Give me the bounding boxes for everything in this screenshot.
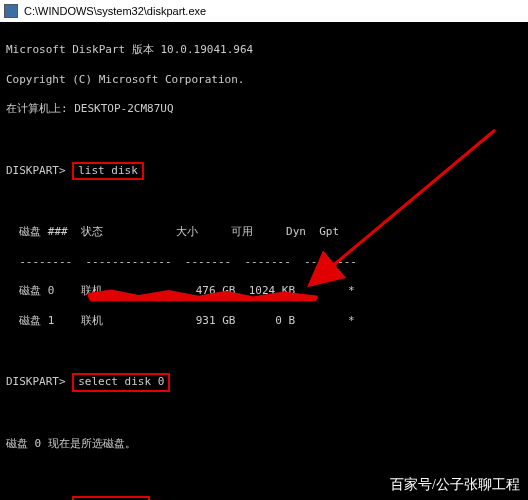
command-highlight: detai disk: [72, 496, 150, 500]
window-titlebar[interactable]: C:\WINDOWS\system32\diskpart.exe: [0, 0, 528, 22]
header-line: Microsoft DiskPart 版本 10.0.19041.964: [6, 43, 522, 58]
disk-row: 磁盘 1 联机 931 GB 0 B *: [6, 314, 522, 329]
console-output: Microsoft DiskPart 版本 10.0.19041.964 Cop…: [0, 22, 528, 500]
prompt: DISKPART>: [6, 164, 66, 177]
window-title: C:\WINDOWS\system32\diskpart.exe: [24, 5, 206, 17]
prompt: DISKPART>: [6, 375, 66, 388]
header-line: Copyright (C) Microsoft Corporation.: [6, 73, 522, 88]
header-line: 在计算机上: DESKTOP-2CM87UQ: [6, 102, 522, 117]
command-highlight: list disk: [72, 162, 144, 181]
disk-table-header: 磁盘 ### 状态 大小 可用 Dyn Gpt: [6, 225, 522, 240]
command-highlight: select disk 0: [72, 373, 170, 392]
disk-table-sep: -------- ------------- ------- ------- -…: [6, 255, 522, 270]
watermark: 百家号/公子张聊工程: [390, 476, 520, 494]
select-msg: 磁盘 0 现在是所选磁盘。: [6, 437, 522, 452]
app-icon: [4, 4, 18, 18]
